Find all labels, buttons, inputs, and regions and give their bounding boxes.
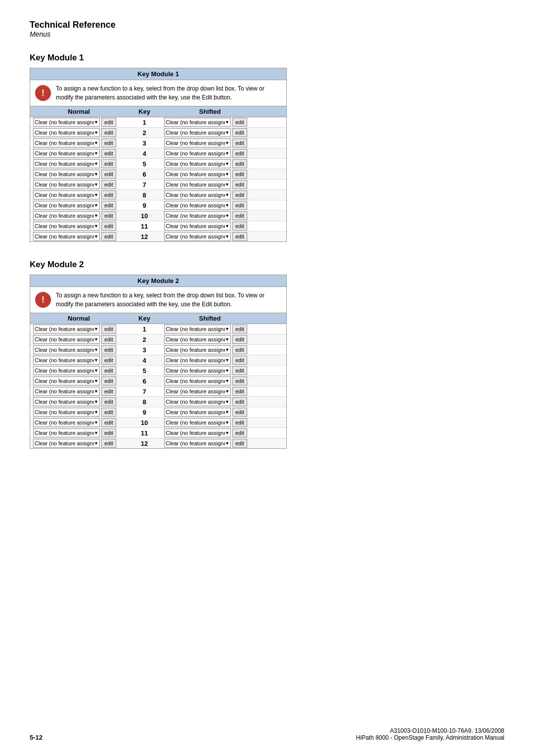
normal-edit-button[interactable]: edit [101, 170, 116, 179]
normal-dropdown[interactable]: Clear (no feature assigned)▼ [33, 366, 100, 375]
normal-edit-button[interactable]: edit [101, 325, 116, 333]
shifted-dropdown[interactable]: Clear (no feature assigned)▼ [164, 139, 231, 147]
normal-dropdown[interactable]: Clear (no feature assigned)▼ [33, 139, 100, 147]
shifted-edit-button[interactable]: edit [232, 118, 247, 127]
normal-edit-button[interactable]: edit [101, 201, 116, 210]
normal-edit-button[interactable]: edit [101, 356, 116, 365]
shifted-edit-button[interactable]: edit [232, 397, 247, 406]
shifted-edit-button[interactable]: edit [232, 211, 247, 220]
normal-dropdown[interactable]: Clear (no feature assigned)▼ [33, 377, 100, 385]
shifted-dropdown[interactable]: Clear (no feature assigned)▼ [164, 335, 231, 344]
shifted-edit-button[interactable]: edit [232, 201, 247, 210]
shifted-edit-button[interactable]: edit [232, 128, 247, 137]
normal-dropdown[interactable]: Clear (no feature assigned)▼ [33, 387, 100, 396]
normal-edit-button[interactable]: edit [101, 345, 116, 354]
shifted-dropdown[interactable]: Clear (no feature assigned)▼ [164, 180, 231, 189]
shifted-dropdown[interactable]: Clear (no feature assigned)▼ [164, 149, 231, 158]
shifted-dropdown[interactable]: Clear (no feature assigned)▼ [164, 170, 231, 179]
shifted-dropdown[interactable]: Clear (no feature assigned)▼ [164, 377, 231, 385]
shifted-dropdown[interactable]: Clear (no feature assigned)▼ [164, 366, 231, 375]
normal-dropdown[interactable]: Clear (no feature assigned)▼ [33, 397, 100, 406]
normal-edit-button[interactable]: edit [101, 118, 116, 127]
shifted-dropdown[interactable]: Clear (no feature assigned)▼ [164, 190, 231, 199]
normal-dropdown[interactable]: Clear (no feature assigned)▼ [33, 159, 100, 168]
shifted-dropdown[interactable]: Clear (no feature assigned)▼ [164, 428, 231, 437]
normal-dropdown[interactable]: Clear (no feature assigned)▼ [33, 170, 100, 179]
normal-dropdown[interactable]: Clear (no feature assigned)▼ [33, 149, 100, 158]
normal-dropdown[interactable]: Clear (no feature assigned)▼ [33, 428, 100, 437]
shifted-edit-button[interactable]: edit [232, 345, 247, 354]
shifted-dropdown[interactable]: Clear (no feature assigned)▼ [164, 356, 231, 365]
normal-edit-button[interactable]: edit [101, 232, 116, 241]
shifted-dropdown[interactable]: Clear (no feature assigned)▼ [164, 211, 231, 220]
shifted-dropdown[interactable]: Clear (no feature assigned)▼ [164, 222, 231, 231]
shifted-edit-button[interactable]: edit [232, 190, 247, 199]
normal-dropdown[interactable]: Clear (no feature assigned)▼ [33, 128, 100, 137]
normal-dropdown[interactable]: Clear (no feature assigned)▼ [33, 418, 100, 427]
shifted-dropdown[interactable]: Clear (no feature assigned)▼ [164, 408, 231, 417]
shifted-edit-button[interactable]: edit [232, 170, 247, 179]
shifted-edit-button[interactable]: edit [232, 232, 247, 241]
shifted-dropdown[interactable]: Clear (no feature assigned)▼ [164, 159, 231, 168]
normal-edit-button[interactable]: edit [101, 428, 116, 437]
normal-edit-button[interactable]: edit [101, 377, 116, 385]
normal-edit-button[interactable]: edit [101, 408, 116, 417]
normal-dropdown[interactable]: Clear (no feature assigned)▼ [33, 439, 100, 448]
shifted-dropdown[interactable]: Clear (no feature assigned)▼ [164, 118, 231, 127]
shifted-edit-button[interactable]: edit [232, 325, 247, 333]
normal-dropdown[interactable]: Clear (no feature assigned)▼ [33, 408, 100, 417]
normal-dropdown[interactable]: Clear (no feature assigned)▼ [33, 345, 100, 354]
normal-dropdown[interactable]: Clear (no feature assigned)▼ [33, 190, 100, 199]
normal-edit-button[interactable]: edit [101, 211, 116, 220]
shifted-edit-button[interactable]: edit [232, 356, 247, 365]
shifted-edit-button[interactable]: edit [232, 180, 247, 189]
table-row: Clear (no feature assigned)▼edit6Clear (… [30, 169, 286, 180]
shifted-dropdown[interactable]: Clear (no feature assigned)▼ [164, 387, 231, 396]
shifted-edit-button[interactable]: edit [232, 335, 247, 344]
normal-dropdown[interactable]: Clear (no feature assigned)▼ [33, 232, 100, 241]
shifted-edit-button[interactable]: edit [232, 139, 247, 147]
shifted-dropdown[interactable]: Clear (no feature assigned)▼ [164, 325, 231, 333]
shifted-edit-button[interactable]: edit [232, 387, 247, 396]
normal-edit-button[interactable]: edit [101, 397, 116, 406]
normal-edit-button[interactable]: edit [101, 139, 116, 147]
normal-dropdown[interactable]: Clear (no feature assigned)▼ [33, 356, 100, 365]
shifted-dropdown[interactable]: Clear (no feature assigned)▼ [164, 232, 231, 241]
normal-edit-button[interactable]: edit [101, 418, 116, 427]
normal-edit-button[interactable]: edit [101, 335, 116, 344]
shifted-dropdown[interactable]: Clear (no feature assigned)▼ [164, 418, 231, 427]
shifted-edit-button[interactable]: edit [232, 377, 247, 385]
normal-edit-button[interactable]: edit [101, 180, 116, 189]
normal-dropdown[interactable]: Clear (no feature assigned)▼ [33, 335, 100, 344]
shifted-edit-button[interactable]: edit [232, 366, 247, 375]
shifted-dropdown[interactable]: Clear (no feature assigned)▼ [164, 345, 231, 354]
shifted-dropdown[interactable]: Clear (no feature assigned)▼ [164, 397, 231, 406]
normal-edit-button[interactable]: edit [101, 387, 116, 396]
normal-dropdown[interactable]: Clear (no feature assigned)▼ [33, 325, 100, 333]
normal-dropdown[interactable]: Clear (no feature assigned)▼ [33, 211, 100, 220]
normal-dropdown[interactable]: Clear (no feature assigned)▼ [33, 222, 100, 231]
normal-dropdown[interactable]: Clear (no feature assigned)▼ [33, 201, 100, 210]
shifted-edit-button[interactable]: edit [232, 418, 247, 427]
shifted-dropdown[interactable]: Clear (no feature assigned)▼ [164, 201, 231, 210]
chevron-down-icon: ▼ [94, 120, 98, 125]
shifted-edit-button[interactable]: edit [232, 159, 247, 168]
normal-edit-button[interactable]: edit [101, 439, 116, 448]
chevron-down-icon: ▼ [94, 161, 98, 166]
normal-edit-button[interactable]: edit [101, 190, 116, 199]
normal-dropdown-text: Clear (no feature assigned) [35, 440, 94, 446]
shifted-edit-button[interactable]: edit [232, 428, 247, 437]
shifted-dropdown[interactable]: Clear (no feature assigned)▼ [164, 439, 231, 448]
normal-edit-button[interactable]: edit [101, 149, 116, 158]
normal-dropdown[interactable]: Clear (no feature assigned)▼ [33, 118, 100, 127]
normal-edit-button[interactable]: edit [101, 222, 116, 231]
shifted-dropdown[interactable]: Clear (no feature assigned)▼ [164, 128, 231, 137]
normal-edit-button[interactable]: edit [101, 366, 116, 375]
shifted-edit-button[interactable]: edit [232, 439, 247, 448]
normal-edit-button[interactable]: edit [101, 159, 116, 168]
normal-dropdown[interactable]: Clear (no feature assigned)▼ [33, 180, 100, 189]
shifted-edit-button[interactable]: edit [232, 149, 247, 158]
shifted-edit-button[interactable]: edit [232, 222, 247, 231]
normal-edit-button[interactable]: edit [101, 128, 116, 137]
shifted-edit-button[interactable]: edit [232, 408, 247, 417]
